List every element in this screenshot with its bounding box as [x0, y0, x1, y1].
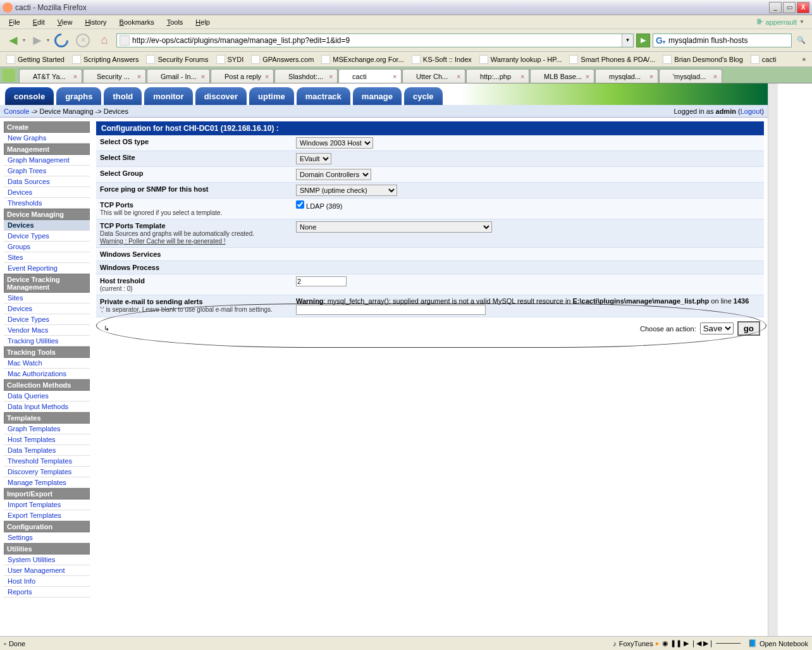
bookmark-item[interactable]: Security Forums: [142, 54, 212, 65]
browser-tab[interactable]: 'mysqlad...×: [659, 69, 722, 83]
bookmark-item[interactable]: SYDI: [212, 54, 248, 65]
browser-tab[interactable]: Security ...×: [83, 69, 146, 83]
ldap-checkbox-label[interactable]: LDAP (389): [296, 202, 342, 210]
user-badge[interactable]: ⊪ apperrault ▼: [757, 18, 809, 26]
nav-link[interactable]: Data Sources: [4, 176, 90, 187]
nav-link[interactable]: Device Types: [4, 314, 90, 325]
nav-link[interactable]: Event Reporting: [4, 263, 90, 274]
tcp-template-select[interactable]: None: [296, 221, 492, 233]
menu-history[interactable]: History: [78, 16, 113, 28]
tab-close-icon[interactable]: ×: [455, 73, 462, 80]
nav-link[interactable]: Mac Watch: [4, 358, 90, 369]
email-input[interactable]: [296, 305, 486, 315]
ping-select[interactable]: SNMP (uptime check): [296, 185, 397, 196]
nav-link[interactable]: Thresholds: [4, 198, 90, 209]
cacti-tab-graphs[interactable]: graphs: [56, 87, 101, 105]
site-select[interactable]: EVault: [296, 153, 331, 164]
tab-close-icon[interactable]: ×: [711, 73, 719, 80]
browser-tab[interactable]: MLB Base...×: [530, 69, 594, 83]
menu-file[interactable]: File: [3, 16, 27, 28]
nav-link[interactable]: Devices: [4, 220, 90, 231]
nav-link[interactable]: Sites: [4, 293, 90, 304]
nav-link[interactable]: User Management: [4, 565, 90, 576]
nav-link[interactable]: Import Templates: [4, 500, 90, 510]
tab-close-icon[interactable]: ×: [584, 73, 591, 80]
tab-close-icon[interactable]: ×: [71, 73, 79, 80]
menu-tools[interactable]: Tools: [161, 16, 190, 28]
nav-link[interactable]: Settings: [4, 532, 90, 543]
back-button[interactable]: ◄: [4, 32, 23, 49]
breadcrumb-console[interactable]: Console: [4, 107, 29, 115]
nav-link[interactable]: New Graphs: [4, 133, 90, 144]
nav-link[interactable]: Devices: [4, 187, 90, 198]
nav-link[interactable]: Graph Trees: [4, 166, 90, 176]
nav-link[interactable]: Groups: [4, 242, 90, 252]
google-icon[interactable]: G▾: [656, 35, 666, 46]
menu-bookmarks[interactable]: Bookmarks: [113, 16, 161, 28]
nav-link[interactable]: Manage Templates: [4, 477, 90, 488]
nav-link[interactable]: Graph Management: [4, 155, 90, 166]
browser-tab[interactable]: http:...php×: [466, 69, 529, 83]
bookmarks-overflow[interactable]: »: [798, 56, 809, 63]
search-input[interactable]: [668, 36, 791, 45]
cacti-tab-manage[interactable]: manage: [353, 87, 402, 105]
menu-view[interactable]: View: [51, 16, 79, 28]
nav-link[interactable]: Data Input Methods: [4, 402, 90, 412]
nav-link[interactable]: Discovery Templates: [4, 467, 90, 477]
tab-close-icon[interactable]: ×: [648, 73, 655, 80]
go-button[interactable]: ▶: [636, 34, 650, 47]
nav-link[interactable]: Threshold Templates: [4, 456, 90, 467]
tab-close-icon[interactable]: ×: [135, 73, 143, 80]
url-dropdown[interactable]: ▼: [622, 34, 633, 47]
browser-tab[interactable]: Slashdot:...×: [274, 69, 338, 83]
tab-close-icon[interactable]: ×: [199, 73, 207, 80]
ldap-checkbox[interactable]: [296, 200, 304, 209]
threshold-input[interactable]: [296, 276, 347, 286]
reload-button[interactable]: [52, 32, 71, 49]
bookmark-item[interactable]: Smart Phones & PDA/...: [565, 54, 659, 65]
tab-close-icon[interactable]: ×: [519, 73, 526, 80]
nav-link[interactable]: Reports: [4, 587, 90, 598]
cacti-tab-console[interactable]: console: [5, 87, 54, 105]
browser-tab[interactable]: cacti×: [338, 69, 402, 83]
action-go-button[interactable]: go: [737, 321, 760, 336]
url-bar[interactable]: ▼: [116, 34, 634, 47]
bookmark-item[interactable]: GPAnswers.com: [247, 54, 317, 65]
bookmark-item[interactable]: Scripting Answers: [68, 54, 142, 65]
url-input[interactable]: [132, 36, 622, 45]
browser-tab[interactable]: AT&T Ya...×: [19, 69, 82, 83]
nav-link[interactable]: Host Templates: [4, 434, 90, 445]
menu-help[interactable]: Help: [189, 16, 216, 28]
cacti-tab-cycle[interactable]: cycle: [404, 87, 443, 105]
nav-link[interactable]: Data Templates: [4, 445, 90, 456]
menu-edit[interactable]: Edit: [27, 16, 51, 28]
browser-tab[interactable]: Utter Ch...×: [402, 69, 465, 83]
back-history-dropdown[interactable]: ▾: [23, 37, 25, 43]
cacti-tab-mactrack[interactable]: mactrack: [297, 87, 350, 105]
nav-link[interactable]: Tracking Utilities: [4, 336, 90, 346]
tab-close-icon[interactable]: ×: [263, 73, 271, 80]
minimize-button[interactable]: _: [769, 2, 782, 13]
browser-tab[interactable]: Gmail - In...×: [147, 69, 210, 83]
bookmark-item[interactable]: Getting Started: [3, 54, 68, 65]
browser-tab[interactable]: Post a reply×: [211, 69, 274, 83]
cacti-tab-discover[interactable]: discover: [195, 87, 247, 105]
bookmark-item[interactable]: Brian Desmond's Blog: [659, 54, 747, 65]
home-button[interactable]: ⌂: [95, 32, 114, 49]
bookmark-item[interactable]: cacti: [747, 54, 780, 65]
bookmark-item[interactable]: KS-Soft :: Index: [408, 54, 476, 65]
nav-link[interactable]: Export Templates: [4, 510, 90, 521]
cacti-tab-uptime[interactable]: uptime: [249, 87, 294, 105]
nav-link[interactable]: Sites: [4, 252, 90, 263]
bookmark-item[interactable]: Warranty lookup - HP...: [476, 54, 566, 65]
cacti-tab-thold[interactable]: thold: [104, 87, 142, 105]
bookmark-item[interactable]: MSExchange.org For...: [317, 54, 408, 65]
nav-link[interactable]: Device Types: [4, 231, 90, 242]
vertical-scrollbar[interactable]: [768, 83, 778, 636]
nav-link[interactable]: Host Info: [4, 576, 90, 587]
nav-link[interactable]: System Utilities: [4, 555, 90, 565]
new-tab-button[interactable]: [3, 69, 15, 82]
tab-close-icon[interactable]: ×: [327, 73, 335, 80]
forward-history-dropdown[interactable]: ▾: [47, 37, 49, 43]
search-go-button[interactable]: 🔍: [794, 34, 808, 47]
